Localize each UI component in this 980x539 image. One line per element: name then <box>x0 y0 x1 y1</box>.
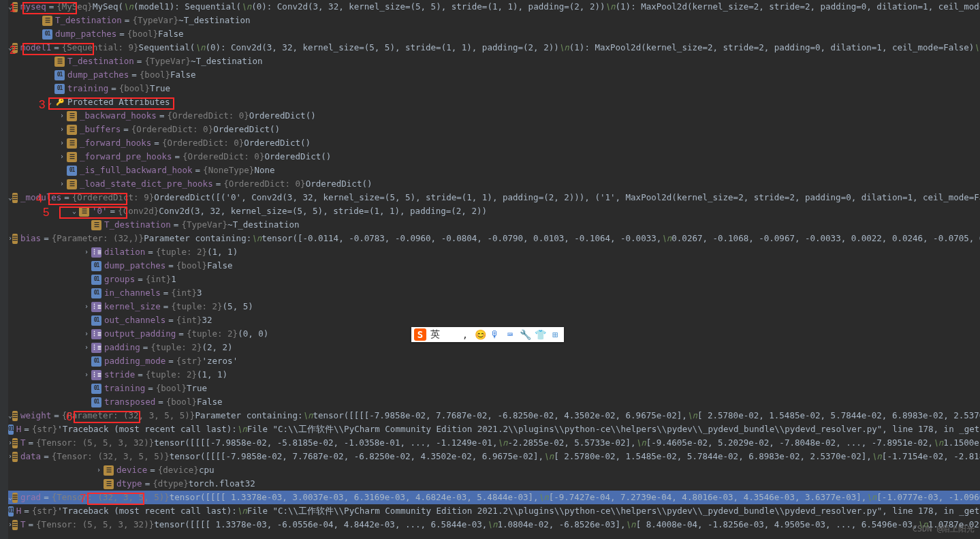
tree-row[interactable]: data = {Tensor: (32, 3, 5, 5)} tensor([[… <box>8 450 980 463</box>
keyboard-icon[interactable]: ⌨ <box>504 328 516 341</box>
expand-arrow-icon[interactable] <box>82 327 91 341</box>
var-name: T_destination <box>104 218 171 232</box>
annotation-6: 6 <box>66 410 72 424</box>
tree-row[interactable]: dtype = {dtype} torch.float32 <box>8 477 980 491</box>
var-value: 1 <box>171 273 176 286</box>
expand-arrow-icon[interactable] <box>82 300 91 313</box>
tree-row[interactable]: T_destination = {TypeVar} ~T_destination <box>8 14 980 27</box>
tree-row[interactable]: H = {str} 'Traceback (most recent call l… <box>8 422 980 436</box>
tree-row[interactable]: _backward_hooks = {OrderedDict: 0} Order… <box>8 109 980 123</box>
obj-icon <box>91 220 101 230</box>
obj-icon <box>12 493 18 503</box>
tree-row[interactable]: dump_patches = {bool} False <box>8 27 980 41</box>
var-value: False <box>207 259 233 273</box>
var-value: cpu <box>199 463 215 477</box>
tree-row[interactable]: '0' = {Conv2d} Conv2d(3, 32, kernel_size… <box>8 204 980 218</box>
tree-row[interactable]: dilation = {tuple: 2} (1, 1) <box>8 245 980 259</box>
sogou-icon[interactable]: S <box>414 328 426 341</box>
tree-row[interactable]: _is_full_backward_hook = {NoneType} None <box>8 164 980 177</box>
expand-arrow-icon[interactable] <box>82 341 91 354</box>
tree-row[interactable]: Protected Attributes <box>8 95 980 109</box>
tree-row[interactable]: T = {Tensor: (5, 5, 3, 32)} tensor([[[[-… <box>8 436 980 450</box>
tree-row[interactable]: weight = {Parameter: (32, 3, 5, 5)} Para… <box>8 409 980 422</box>
annotation-5: 5 <box>43 206 49 219</box>
var-value-seg: \n <box>661 232 671 245</box>
obj-icon <box>104 479 114 489</box>
tree-row[interactable]: grad = {Tensor: (32, 3, 5, 5)} tensor([[… <box>8 491 980 504</box>
tree-row[interactable]: training = {bool} True <box>8 82 980 95</box>
var-value: False <box>197 395 223 409</box>
var-type: {str} <box>32 504 58 518</box>
tree-row[interactable]: model1 = {Sequential: 9} Sequential(\n (… <box>8 41 980 55</box>
var-name: training <box>67 82 108 95</box>
watermark: CSDN @陌上阳光 <box>913 523 975 535</box>
expand-arrow-icon[interactable] <box>82 245 91 259</box>
tree-row[interactable]: stride = {tuple: 2} (1, 1) <box>8 368 980 382</box>
expand-arrow-icon[interactable] <box>57 123 67 136</box>
lang-icon[interactable]: 英 <box>429 328 441 341</box>
tree-row[interactable]: kernel_size = {tuple: 2} (5, 5) <box>8 300 980 313</box>
tree-row[interactable]: _modules = {OrderedDict: 9} OrderedDict(… <box>8 191 980 204</box>
var-value: False <box>158 27 184 41</box>
var-type: {tuple: 2} <box>151 341 202 354</box>
tree-row[interactable]: padding_mode = {str} 'zeros' <box>8 354 980 368</box>
tree-row[interactable]: T = {Tensor: (5, 5, 3, 32)} tensor([[[[ … <box>8 518 980 532</box>
tree-row[interactable]: _buffers = {OrderedDict: 0} OrderedDict(… <box>8 123 980 136</box>
var-value-seg: \n <box>974 41 980 55</box>
emoji-icon[interactable]: 😊 <box>474 328 486 341</box>
tree-row[interactable]: _forward_hooks = {OrderedDict: 0} Ordere… <box>8 136 980 150</box>
var-name: dtype <box>116 477 142 491</box>
tree-row[interactable]: groups = {int} 1 <box>8 273 980 286</box>
list-icon <box>91 302 101 312</box>
expand-arrow-icon[interactable] <box>57 136 67 150</box>
var-value-seg: \n <box>302 409 313 422</box>
expand-arrow-icon[interactable] <box>69 204 79 218</box>
var-name: in_channels <box>104 286 161 300</box>
var-name: dump_patches <box>55 27 116 41</box>
tree-row[interactable]: myseq = {MySeq} MySeq(\n (model1): Seque… <box>8 0 980 14</box>
tree-row[interactable]: training = {bool} True <box>8 382 980 395</box>
var-name: groups <box>104 273 135 286</box>
tree-row[interactable]: T_destination = {TypeVar} ~T_destination <box>8 218 980 232</box>
expand-arrow-icon[interactable] <box>82 368 91 382</box>
tree-row[interactable]: _load_state_dict_pre_hooks = {OrderedDic… <box>8 177 980 191</box>
tree-row[interactable]: dump_patches = {bool} False <box>8 68 980 82</box>
var-name: T_destination <box>67 55 134 68</box>
var-value: (2, 2) <box>202 341 232 354</box>
variable-tree[interactable]: myseq = {MySeq} MySeq(\n (model1): Seque… <box>8 0 980 532</box>
mic-icon[interactable]: 🎙 <box>489 328 501 341</box>
var-value-seg: [-9.7427e-04, 7.2739e-04, 4.8016e-03, 4.… <box>549 491 867 504</box>
punct-icon[interactable]: , <box>459 328 471 341</box>
expand-arrow-icon[interactable] <box>45 95 54 109</box>
ime-toolbar[interactable]: S 英 , 😊 🎙 ⌨ 🔧 👕 ⊞ <box>411 327 564 342</box>
expand-arrow-icon[interactable] <box>94 463 104 477</box>
skin-icon[interactable]: 👕 <box>534 328 546 341</box>
obj-icon <box>104 465 114 476</box>
var-value: OrderedDict() <box>244 136 311 150</box>
var-value: False <box>170 68 196 82</box>
var-value: (0, 0) <box>238 327 268 341</box>
tree-row[interactable]: dump_patches = {bool} False <box>8 259 980 273</box>
tree-row[interactable]: transposed = {bool} False <box>8 395 980 409</box>
expand-arrow-icon[interactable] <box>57 150 67 164</box>
obj-icon <box>67 179 77 189</box>
obj-icon <box>67 152 77 162</box>
expand-arrow-icon[interactable] <box>57 109 67 123</box>
var-name: bias <box>20 232 41 245</box>
grid-icon[interactable]: ⊞ <box>549 328 561 341</box>
tree-row[interactable]: bias = {Parameter: (32,)} Parameter cont… <box>8 232 980 245</box>
prim-icon <box>54 84 65 94</box>
tree-row[interactable]: in_channels = {int} 3 <box>8 286 980 300</box>
tree-row[interactable]: T_destination = {TypeVar} ~T_destination <box>8 55 980 68</box>
group-label: Protected Attributes <box>67 95 170 109</box>
var-name: kernel_size <box>104 300 161 313</box>
tree-row[interactable]: out_channels = {int} 32 <box>8 313 980 327</box>
tree-row[interactable]: device = {device} cpu <box>8 463 980 477</box>
tree-row[interactable]: H = {str} 'Traceback (most recent call l… <box>8 504 980 518</box>
expand-arrow-icon[interactable] <box>57 177 67 191</box>
tree-row[interactable]: padding = {tuple: 2} (2, 2) <box>8 341 980 354</box>
var-type: {TypeVar} <box>144 55 191 68</box>
obj-icon <box>67 125 77 135</box>
settings-icon[interactable]: 🔧 <box>519 328 531 341</box>
tree-row[interactable]: _forward_pre_hooks = {OrderedDict: 0} Or… <box>8 150 980 164</box>
